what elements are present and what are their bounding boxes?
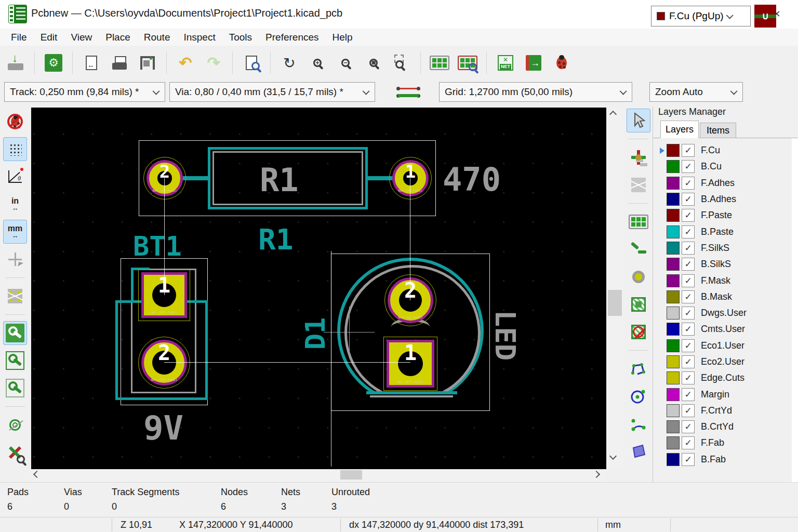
footprint-browser-button[interactable] bbox=[455, 50, 480, 75]
d1-pad-2[interactable]: 2 Net-(D1-Pad2) bbox=[388, 277, 433, 323]
layer-visibility-checkbox[interactable]: ✓ bbox=[682, 144, 695, 157]
track-via-properties-button[interactable] bbox=[396, 80, 421, 105]
layer-color-swatch[interactable] bbox=[667, 323, 680, 336]
footprint-button[interactable] bbox=[627, 210, 650, 234]
polar-button[interactable]: θ bbox=[3, 165, 27, 189]
layer-color-swatch[interactable] bbox=[667, 420, 680, 433]
board-setup-button[interactable]: ⚙ bbox=[41, 50, 66, 75]
menu-preferences[interactable]: Preferences bbox=[259, 29, 325, 46]
print-button[interactable] bbox=[107, 50, 132, 75]
layer-row-f-adhes[interactable]: ✓F.Adhes bbox=[653, 175, 792, 191]
via-size-dropdown[interactable]: Via: 0,80 / 0,40 mm (31,5 / 15,7 mils) * bbox=[169, 82, 375, 102]
tab-items[interactable]: Items bbox=[700, 123, 736, 138]
r1-pad-2[interactable]: 2 Net-(R1-Pad2) bbox=[147, 160, 183, 196]
layer-row-b-silks[interactable]: ✓B.SilkS bbox=[653, 256, 792, 272]
layer-color-swatch[interactable] bbox=[667, 388, 680, 401]
select-button[interactable] bbox=[627, 109, 650, 132]
layer-visibility-checkbox[interactable]: ✓ bbox=[682, 225, 695, 238]
menu-help[interactable]: Help bbox=[326, 29, 360, 46]
horizontal-scrollbar[interactable] bbox=[31, 469, 606, 481]
layer-visibility-checkbox[interactable]: ✓ bbox=[682, 404, 695, 417]
layer-row-b-paste[interactable]: ✓B.Paste bbox=[653, 223, 792, 240]
layer-visibility-checkbox[interactable]: ✓ bbox=[682, 290, 695, 303]
layer-row-eco1-user[interactable]: ✓Eco1.User bbox=[653, 338, 792, 354]
layer-color-swatch[interactable] bbox=[667, 225, 680, 238]
r1-pad-1[interactable]: 1 Net-(R1-Pad1) bbox=[392, 160, 429, 196]
layer-color-swatch[interactable] bbox=[667, 209, 680, 222]
grid-dropdown[interactable]: Grid: 1,2700 mm (50,00 mils) bbox=[439, 82, 632, 102]
zoom-fit-button[interactable]: ▣ bbox=[361, 50, 386, 75]
draw-circle-button[interactable] bbox=[627, 384, 650, 408]
menu-inspect[interactable]: Inspect bbox=[177, 29, 222, 46]
layer-row-f-paste[interactable]: ✓F.Paste bbox=[653, 207, 792, 223]
layer-row-dwgs-user[interactable]: ✓Dwgs.User bbox=[653, 305, 792, 321]
draw-arc-button[interactable] bbox=[627, 412, 650, 436]
ratsnest-button[interactable] bbox=[3, 284, 27, 308]
layer-visibility-checkbox[interactable]: ✓ bbox=[682, 388, 695, 401]
netlist-button[interactable]: NET bbox=[493, 50, 518, 75]
layer-color-swatch[interactable] bbox=[667, 436, 680, 449]
menu-tools[interactable]: Tools bbox=[222, 29, 259, 46]
layer-row-f-cu[interactable]: ✓F.Cu bbox=[653, 142, 792, 158]
layer-visibility-checkbox[interactable]: ✓ bbox=[682, 209, 695, 222]
zoom-in-button[interactable]: + bbox=[305, 50, 330, 75]
layer-selector-dropdown[interactable]: F.Cu (PgUp) bbox=[651, 6, 751, 26]
scroll-left-icon[interactable] bbox=[34, 472, 39, 477]
layer-visibility-checkbox[interactable]: ✓ bbox=[682, 436, 695, 449]
layer-visibility-checkbox[interactable]: ✓ bbox=[682, 160, 695, 173]
layer-visibility-checkbox[interactable]: ✓ bbox=[682, 355, 695, 368]
footprint-editor-button[interactable] bbox=[427, 50, 452, 75]
layer-color-swatch[interactable] bbox=[667, 453, 680, 466]
menu-place[interactable]: Place bbox=[99, 29, 137, 46]
layer-visibility-checkbox[interactable]: ✓ bbox=[682, 323, 695, 336]
zoom-selection-button[interactable] bbox=[389, 50, 414, 75]
layer-row-cmts-user[interactable]: ✓Cmts.User bbox=[653, 321, 792, 337]
draw-polygon-button[interactable] bbox=[627, 440, 650, 463]
layer-row-edge-cuts[interactable]: ✓Edge.Cuts bbox=[653, 370, 792, 386]
layer-row-eco2-user[interactable]: ✓Eco2.User bbox=[653, 354, 792, 370]
track-width-dropdown[interactable]: Track: 0,250 mm (9,84 mils) * bbox=[4, 82, 165, 102]
tab-layers[interactable]: Layers bbox=[660, 121, 699, 138]
layer-visibility-checkbox[interactable]: ✓ bbox=[682, 339, 695, 352]
layer-visibility-checkbox[interactable]: ✓ bbox=[682, 371, 695, 384]
layer-color-swatch[interactable] bbox=[667, 307, 680, 320]
scroll-down-icon[interactable] bbox=[610, 454, 616, 459]
find-button[interactable] bbox=[239, 50, 264, 75]
scroll-right-icon[interactable] bbox=[594, 472, 599, 477]
page-settings-button[interactable]: ↔ bbox=[79, 50, 104, 75]
zoom-dropdown[interactable]: Zoom Auto bbox=[649, 82, 743, 102]
layer-row-f-fab[interactable]: ✓F.Fab bbox=[653, 435, 792, 451]
layer-row-b-fab[interactable]: ✓B.Fab bbox=[653, 451, 792, 468]
save-button[interactable] bbox=[3, 50, 28, 75]
update-pcb-button[interactable]: → bbox=[521, 50, 546, 75]
horizontal-scroll-thumb[interactable] bbox=[340, 470, 362, 480]
layer-color-swatch[interactable] bbox=[667, 355, 680, 368]
redo-button[interactable]: ↷ bbox=[201, 50, 226, 75]
layer-row-margin[interactable]: ✓Margin bbox=[653, 386, 792, 402]
layer-row-b-crtyd[interactable]: ✓B.CrtYd bbox=[653, 419, 792, 435]
layer-color-swatch[interactable] bbox=[667, 258, 680, 271]
bt1-pad-2[interactable]: 2 Net-(BT1-Pad2) bbox=[141, 340, 187, 385]
undo-button[interactable]: ↶ bbox=[173, 50, 198, 75]
layer-color-swatch[interactable] bbox=[667, 160, 680, 173]
layer-visibility-checkbox[interactable]: ✓ bbox=[682, 242, 695, 255]
drc-off-button[interactable] bbox=[3, 110, 27, 134]
menu-view[interactable]: View bbox=[64, 29, 99, 46]
layer-visibility-checkbox[interactable]: ✓ bbox=[682, 420, 695, 433]
grid-button[interactable] bbox=[3, 137, 27, 161]
layer-color-swatch[interactable] bbox=[667, 193, 680, 206]
layer-color-swatch[interactable] bbox=[667, 371, 680, 384]
layer-color-swatch[interactable] bbox=[667, 177, 680, 190]
keepout-button[interactable] bbox=[627, 320, 650, 344]
draw-line-button[interactable] bbox=[627, 357, 650, 381]
menu-edit[interactable]: Edit bbox=[34, 29, 64, 46]
layer-color-swatch[interactable] bbox=[667, 404, 680, 417]
layer-visibility-checkbox[interactable]: ✓ bbox=[682, 274, 695, 287]
refresh-button[interactable]: ↻ bbox=[277, 50, 302, 75]
local-ratsnest-button[interactable] bbox=[627, 173, 650, 197]
layer-row-f-crtyd[interactable]: ✓F.CrtYd bbox=[653, 403, 792, 419]
menu-route[interactable]: Route bbox=[137, 29, 177, 46]
layer-list-scrollbar[interactable] bbox=[792, 138, 798, 482]
pcb-canvas[interactable]: R1 470 R1 2 Net-(R1-Pad2) 1 Net-(R1-Pad1… bbox=[31, 108, 606, 469]
layer-row-b-cu[interactable]: ✓B.Cu bbox=[653, 158, 792, 175]
